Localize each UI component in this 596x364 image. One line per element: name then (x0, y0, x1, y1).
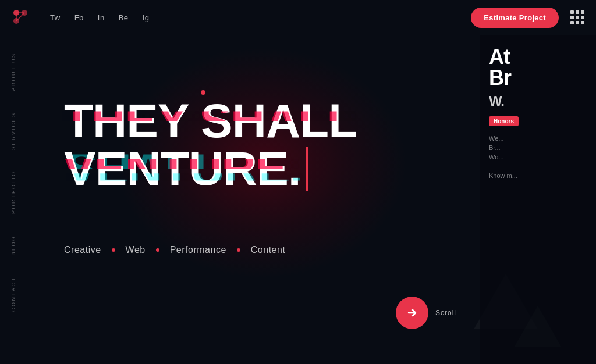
right-panel-list-item-3: Wo... (489, 154, 587, 160)
nav-links: Tw Fb In Be Ig (50, 12, 149, 23)
nav-in[interactable]: In (98, 13, 105, 22)
sidebar-item-portfolio[interactable]: PORTFOLIO (10, 160, 16, 224)
right-panel-title-at: At (489, 45, 510, 69)
right-panel-list-item-1: We... (489, 135, 587, 142)
grid-dot (570, 10, 574, 14)
navbar-left: Tw Fb In Be Ig (12, 8, 149, 27)
right-panel-list-item-2: Br... (489, 144, 587, 151)
grid-dot (581, 10, 584, 14)
honors-badge: Honors (489, 116, 519, 126)
scroll-label: Scroll (435, 309, 456, 317)
nav-be[interactable]: Be (119, 13, 129, 22)
right-panel-list: We... Br... Wo... (489, 135, 587, 160)
right-panel: At Br W. Honors We... Br... Wo... Know m… (480, 35, 596, 364)
hero-glitch-line1: THEY SHALL (64, 97, 357, 145)
logo-icon[interactable] (12, 8, 30, 27)
sidebar-item-about[interactable]: ABOUT US (10, 42, 16, 102)
grid-dot (581, 16, 584, 19)
right-panel-know-more[interactable]: Know m... (489, 172, 587, 179)
nav-ig[interactable]: Ig (143, 13, 150, 22)
nav-tw[interactable]: Tw (50, 13, 61, 22)
right-panel-title: At Br W. (489, 47, 587, 109)
estimate-project-button[interactable]: Estimate Project (471, 8, 559, 28)
nav-fb[interactable]: Fb (74, 13, 84, 22)
grid-dot (570, 21, 574, 24)
grid-menu-icon[interactable] (570, 10, 584, 24)
grid-dot (581, 21, 584, 24)
service-content[interactable]: Content (251, 245, 286, 255)
navbar: Tw Fb In Be Ig Estimate Project (0, 0, 596, 35)
arrow-right-icon (406, 307, 418, 319)
grid-dot (570, 16, 574, 19)
service-dot-1 (112, 248, 115, 252)
cursor-blink (306, 147, 308, 191)
sidebar-item-contact[interactable]: CONTACT (10, 266, 16, 322)
service-creative[interactable]: Creative (64, 245, 101, 255)
scroll-container: Scroll (396, 297, 456, 329)
service-web[interactable]: Web (126, 245, 146, 255)
side-navigation: ABOUT US SERVICES PORTFOLIO BLOG CONTACT (10, 42, 16, 322)
grid-dot (576, 10, 579, 14)
scroll-button[interactable] (396, 297, 428, 329)
grid-dot (576, 16, 579, 19)
sidebar-item-blog[interactable]: BLOG (10, 224, 16, 266)
sidebar-item-services[interactable]: SERVICES (10, 101, 16, 160)
service-performance[interactable]: Performance (170, 245, 226, 255)
service-dot-2 (156, 248, 159, 252)
hero-glitch-line2: VENTURE. (64, 145, 301, 192)
right-panel-subtitle: W. (489, 93, 504, 109)
right-panel-title-br: Br (489, 66, 511, 90)
navbar-right: Estimate Project (471, 8, 584, 28)
grid-dot (576, 21, 579, 24)
service-dot-3 (237, 248, 240, 252)
